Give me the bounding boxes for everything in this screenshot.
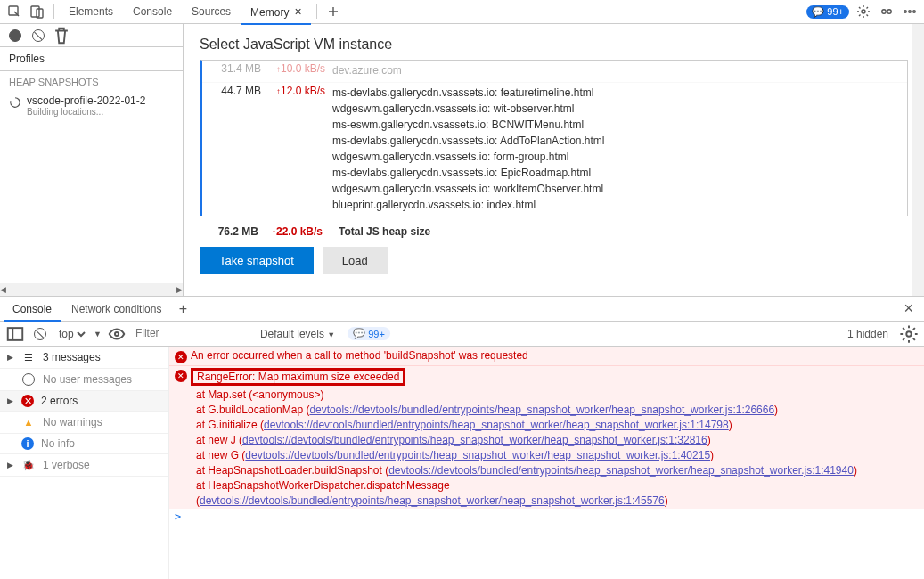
source-link[interactable]: devtools://devtools/bundled/entrypoints/… xyxy=(309,404,774,416)
source-link[interactable]: devtools://devtools/bundled/entrypoints/… xyxy=(245,449,710,461)
close-drawer-icon[interactable]: × xyxy=(896,299,920,318)
tab-elements[interactable]: Elements xyxy=(60,0,122,23)
filter-input[interactable] xyxy=(132,325,248,342)
source-link[interactable]: devtools://devtools/bundled/entrypoints/… xyxy=(242,434,707,446)
more-icon[interactable] xyxy=(899,1,920,22)
context-selector[interactable]: top xyxy=(55,327,88,341)
svg-point-5 xyxy=(887,10,891,13)
total-label: Total JS heap size xyxy=(330,225,904,238)
messages-count: 3 messages xyxy=(43,351,101,363)
svg-point-3 xyxy=(862,10,865,13)
console-sidebar: ▶☰3 messages No user messages ▶✕2 errors… xyxy=(0,347,169,579)
spinner-icon xyxy=(9,96,21,111)
profiles-toolbar xyxy=(0,24,183,47)
user-messages-count: No user messages xyxy=(43,373,132,386)
svg-point-10 xyxy=(115,331,119,335)
warnings-count: No warnings xyxy=(43,416,102,428)
inspect-icon[interactable] xyxy=(4,1,25,22)
error-text: An error occurred when a call to method … xyxy=(191,349,528,362)
memory-panel: Profiles HEAP SNAPSHOTS vscode-profile-2… xyxy=(0,24,924,297)
clear-console-icon[interactable] xyxy=(30,324,50,344)
vm-url: wdgeswm.gallerycdn.vsassets.io: wit-obse… xyxy=(332,101,904,117)
vm-url: ms-devlabs.gallerycdn.vsassets.io: AddTo… xyxy=(332,133,904,149)
vm-url: wdgeswm.gallerycdn.vsassets.io: form-gro… xyxy=(332,149,904,165)
console-issues-badge[interactable]: 💬 99+ xyxy=(348,327,390,340)
info-filter[interactable]: iNo info xyxy=(0,434,168,454)
vm-row[interactable]: 31.4 MB 10.0 kB/s dev.azure.com xyxy=(202,61,907,83)
vm-url: ms-eswm.gallerycdn.vsassets.io: BCNWITMe… xyxy=(332,117,904,133)
hidden-count[interactable]: 1 hidden xyxy=(847,328,888,340)
take-snapshot-button[interactable]: Take snapshot xyxy=(200,247,314,274)
tab-memory-label: Memory xyxy=(250,6,289,19)
delete-icon[interactable] xyxy=(52,26,71,45)
vm-url: ms-devlabs.gallerycdn.vsassets.io: EpicR… xyxy=(332,165,904,181)
snapshot-item[interactable]: vscode-profile-2022-01-2 Building locati… xyxy=(0,93,183,118)
snapshot-title: vscode-profile-2022-01-2 xyxy=(27,94,145,107)
error-icon: ✕ xyxy=(175,370,187,382)
stack-frame: at G.buildLocationMap (devtools://devtoo… xyxy=(169,403,924,418)
errors-filter[interactable]: ▶✕2 errors xyxy=(0,391,168,412)
memory-content: Select JavaScript VM instance 31.4 MB 10… xyxy=(184,24,924,296)
console-output[interactable]: ✕An error occurred when a call to method… xyxy=(169,347,924,579)
vm-url: wdgeswm.gallerycdn.vsassets.io: workItem… xyxy=(332,181,904,197)
snapshot-status: Building locations... xyxy=(27,107,145,117)
toggle-console-sidebar-icon[interactable] xyxy=(5,324,25,344)
add-drawer-tab-icon[interactable]: + xyxy=(172,301,193,317)
close-tab-icon[interactable]: × xyxy=(294,4,301,19)
svg-point-4 xyxy=(882,10,886,13)
heap-snapshots-header: HEAP SNAPSHOTS xyxy=(0,71,183,93)
drawer-tabs: Console Network conditions + × xyxy=(0,297,924,322)
tab-sources[interactable]: Sources xyxy=(183,0,240,23)
activity-icon[interactable] xyxy=(876,1,897,22)
vm-rate: 10.0 kB/s xyxy=(268,62,332,78)
console-toolbar: top ▼ Default levels ▼ 💬 99+ 1 hidden xyxy=(0,322,924,347)
source-link[interactable]: devtools://devtools/bundled/entrypoints/… xyxy=(200,494,665,507)
issues-badge[interactable]: 💬 99+ xyxy=(806,5,849,19)
vm-instance-list[interactable]: 31.4 MB 10.0 kB/s dev.azure.com 44.7 MB … xyxy=(200,60,908,216)
drawer-tab-network-conditions[interactable]: Network conditions xyxy=(62,298,170,321)
separator xyxy=(53,4,54,19)
tab-console[interactable]: Console xyxy=(124,0,181,23)
vm-instance-heading: Select JavaScript VM instance xyxy=(200,37,908,53)
svg-rect-9 xyxy=(8,328,23,340)
log-levels-label: Default levels xyxy=(260,328,324,340)
svg-point-7 xyxy=(909,11,911,12)
vm-row[interactable]: 44.7 MB 12.0 kB/s ms-devlabs.gallerycdn.… xyxy=(202,83,907,216)
warnings-filter[interactable]: ▲No warnings xyxy=(0,412,168,434)
messages-filter[interactable]: ▶☰3 messages xyxy=(0,347,168,369)
log-levels-dropdown[interactable]: Default levels ▼ xyxy=(260,328,335,340)
svg-point-8 xyxy=(913,11,915,12)
record-icon[interactable] xyxy=(5,26,25,45)
stack-frame: at new J (devtools://devtools/bundled/en… xyxy=(169,433,924,448)
svg-point-11 xyxy=(906,331,912,337)
content-scrollbar[interactable] xyxy=(912,24,924,296)
clear-icon[interactable] xyxy=(29,26,48,45)
errors-count: 2 errors xyxy=(41,395,78,407)
user-messages-filter[interactable]: No user messages xyxy=(0,369,168,391)
device-toggle-icon[interactable] xyxy=(27,1,48,22)
console-prompt[interactable]: > xyxy=(169,509,924,525)
add-tab-icon[interactable] xyxy=(323,1,344,22)
vm-urls: dev.azure.com xyxy=(332,62,904,78)
svg-point-6 xyxy=(904,11,906,12)
error-message: ✕RangeError: Map maximum size exceeded xyxy=(169,365,924,387)
source-link[interactable]: devtools://devtools/bundled/entrypoints/… xyxy=(264,419,729,431)
vm-url: ms-devlabs.gallerycdn.vsassets.io: featu… xyxy=(332,85,904,101)
live-expression-icon[interactable] xyxy=(107,324,127,344)
console-issues-count: 99+ xyxy=(368,329,385,339)
tab-memory[interactable]: Memory× xyxy=(241,0,311,24)
verbose-count: 1 verbose xyxy=(43,459,90,471)
console-settings-icon[interactable] xyxy=(899,324,919,344)
stack-frame: at new G (devtools://devtools/bundled/en… xyxy=(169,448,924,463)
verbose-filter[interactable]: ▶🐞1 verbose xyxy=(0,454,168,477)
console-body: ▶☰3 messages No user messages ▶✕2 errors… xyxy=(0,347,924,579)
settings-icon[interactable] xyxy=(853,1,874,22)
sidebar-scrollbar[interactable]: ◀▶ xyxy=(0,283,183,296)
stack-frame: at Map.set (<anonymous>) xyxy=(169,387,924,403)
drawer-tab-console[interactable]: Console xyxy=(4,298,61,321)
source-link[interactable]: devtools://devtools/bundled/entrypoints/… xyxy=(388,464,854,477)
snapshot-buttons: Take snapshot Load xyxy=(200,247,908,274)
stack-frame: at HeapSnapshotWorkerDispatcher.dispatch… xyxy=(169,478,924,509)
load-button[interactable]: Load xyxy=(323,247,388,274)
svg-rect-1 xyxy=(31,6,39,17)
